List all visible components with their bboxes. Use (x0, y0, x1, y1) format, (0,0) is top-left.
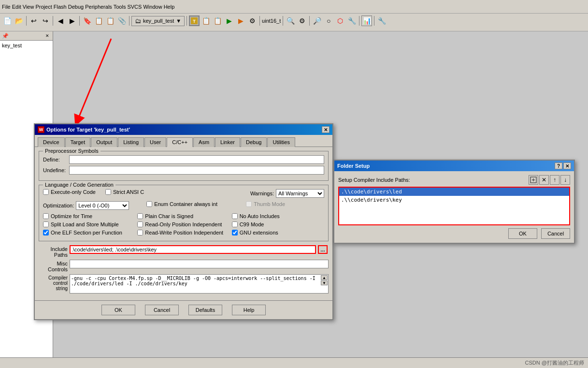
folder-title: Folder Setup (337, 163, 370, 169)
sep7 (283, 16, 283, 26)
undefine-input[interactable] (69, 166, 324, 175)
tab-cpp[interactable]: C/C++ (167, 137, 193, 147)
folder-cancel-btn[interactable]: Cancel (541, 228, 570, 239)
btn-m[interactable]: ○ (323, 15, 334, 26)
btn-g[interactable]: ▶ (224, 15, 234, 26)
options-dialog-title-area: W Options for Target 'key_pull_test' (38, 126, 130, 133)
tab-device[interactable]: Device (38, 137, 65, 147)
undefine-row: Undefine: (43, 166, 324, 175)
btn-f[interactable]: 📋 (212, 15, 223, 26)
nav-back-btn[interactable]: ◀ (55, 15, 66, 26)
execute-only-check[interactable] (43, 189, 49, 195)
include-input[interactable] (70, 245, 316, 254)
folder-new-btn[interactable] (529, 175, 538, 185)
compiler-scroll-down[interactable]: ▼ (321, 280, 328, 285)
file-tab[interactable]: 🗂 key_pull_test ▼ (131, 16, 185, 26)
folder-list-item-1[interactable]: .\\code\drivers\led (339, 188, 569, 196)
btn-e[interactable]: 📋 (201, 15, 211, 26)
options-ok-btn[interactable]: OK (101, 305, 135, 315)
folder-body: Setup Compiler Include Paths: ✕ ↑ ↓ .\\c… (334, 171, 574, 243)
ide-background: File Edit View Project Flash Debug Perip… (0, 0, 588, 368)
readwrite-check[interactable] (137, 230, 143, 236)
sep5 (186, 16, 187, 26)
tab-linker[interactable]: Linker (215, 137, 240, 147)
define-input[interactable] (69, 155, 324, 164)
tab-asm[interactable]: Asm (193, 137, 215, 147)
folder-toolbar: ✕ ↑ ↓ (529, 175, 570, 185)
btn-l[interactable]: 🔎 (312, 15, 322, 26)
tab-debug[interactable]: Debug (241, 137, 267, 147)
options-dialog-title: Options for Target 'key_pull_test' (46, 127, 130, 132)
btn-j[interactable]: 🔍 (285, 15, 296, 26)
btn-c[interactable]: 📋 (105, 15, 115, 26)
warnings-row: Warnings: All Warnings No Warnings MISRA… (250, 189, 324, 198)
btn-o[interactable]: 🔧 (346, 15, 357, 26)
folder-ok-btn[interactable]: OK (508, 228, 537, 239)
target-name: uint16_t (262, 18, 281, 24)
btn-q[interactable]: 🔧 (376, 15, 387, 26)
btn-a[interactable]: 🔖 (82, 15, 92, 26)
gnu-row: GNU extensions (232, 230, 324, 236)
one-elf-label: One ELF Section per Function (51, 230, 122, 236)
open-btn[interactable]: 📂 (14, 15, 24, 26)
warnings-select[interactable]: All Warnings No Warnings MISRA C 2004 (276, 189, 324, 198)
gnu-check[interactable] (232, 230, 238, 236)
tab-listing[interactable]: Listing (118, 137, 144, 147)
folder-up-btn[interactable]: ↑ (550, 175, 559, 185)
thumb-mode-check[interactable] (246, 201, 252, 207)
one-elf-row: One ELF Section per Function (43, 230, 135, 236)
redo-btn[interactable]: ↪ (40, 15, 51, 26)
enum-label: Enum Container always int (154, 201, 217, 207)
one-elf-check[interactable] (43, 230, 49, 236)
compiler-scroll-up[interactable]: ▲ (321, 275, 328, 280)
optimization-select[interactable]: Level 0 (-O0) Level 1 (-O1) Level 2 (-O2… (76, 201, 129, 210)
tab-utilities[interactable]: Utilities (267, 137, 295, 147)
optimize-time-check[interactable] (43, 213, 49, 219)
tab-user[interactable]: User (144, 137, 166, 147)
gnu-label: GNU extensions (240, 230, 278, 236)
nav-fwd-btn[interactable]: ▶ (67, 15, 77, 26)
btn-b[interactable]: 📋 (93, 15, 104, 26)
misc-input[interactable] (70, 260, 329, 268)
split-load-check[interactable] (43, 221, 49, 227)
btn-n[interactable]: ⬡ (335, 15, 345, 26)
include-browse-btn[interactable]: … (318, 245, 328, 254)
options-close-btn[interactable]: ✕ (322, 126, 330, 133)
tab-target[interactable]: Target (65, 137, 91, 147)
no-auto-label: No Auto Includes (240, 213, 280, 219)
preprocessor-title: Preprocessor Symbols (43, 148, 100, 154)
sep8 (309, 16, 310, 26)
folder-label: Setup Compiler Include Paths: (338, 177, 410, 183)
strict-ansi-check[interactable] (105, 189, 111, 195)
folder-help-btn[interactable]: ? (555, 162, 562, 169)
btn-d[interactable]: 📎 (116, 15, 127, 26)
btn-p[interactable]: 📊 (361, 15, 372, 26)
enum-check[interactable] (146, 201, 152, 207)
options-help-btn[interactable]: Help (232, 305, 266, 315)
readonly-check[interactable] (137, 221, 143, 227)
lang-group: Language / Code Generation Execute-only … (39, 185, 329, 241)
options-defaults-btn[interactable]: Defaults (188, 305, 222, 315)
tab-output[interactable]: Output (91, 137, 117, 147)
btn-k[interactable]: ⚙ (297, 15, 307, 26)
folder-list-item-2[interactable]: .\\code\drivers\key (339, 196, 569, 204)
define-row: Define: (43, 155, 324, 164)
folder-delete-btn[interactable]: ✕ (539, 175, 549, 185)
left-panel-header: 📌 ✕ (0, 31, 53, 41)
folder-close-btn[interactable]: ✕ (563, 162, 571, 169)
compiler-textarea[interactable]: -gnu -c -cpu Cortex-M4.fp.sp -D__MICROLI… (70, 274, 329, 294)
btn-i[interactable]: ⚙ (247, 15, 258, 26)
plain-char-check[interactable] (137, 213, 143, 219)
close-panel-btn[interactable]: ✕ (44, 32, 51, 39)
strict-ansi-row: Strict ANSI C (105, 189, 250, 195)
options-cancel-btn[interactable]: Cancel (145, 305, 179, 315)
c99-check[interactable] (232, 221, 238, 227)
no-auto-check[interactable] (232, 213, 238, 219)
new-btn[interactable]: 📄 (2, 15, 13, 26)
folder-down-btn[interactable]: ↓ (560, 175, 570, 185)
toolbar-row2: 📄 📂 ↩ ↪ ◀ ▶ 🔖 📋 📋 📎 🗂 key_pull_test ▼ (0, 14, 588, 28)
target-options-btn[interactable]: T (189, 15, 200, 26)
optimization-row: Optimization: Level 0 (-O0) Level 1 (-O1… (43, 201, 141, 210)
btn-h[interactable]: ▶ (235, 15, 246, 26)
undo-btn[interactable]: ↩ (29, 15, 39, 26)
